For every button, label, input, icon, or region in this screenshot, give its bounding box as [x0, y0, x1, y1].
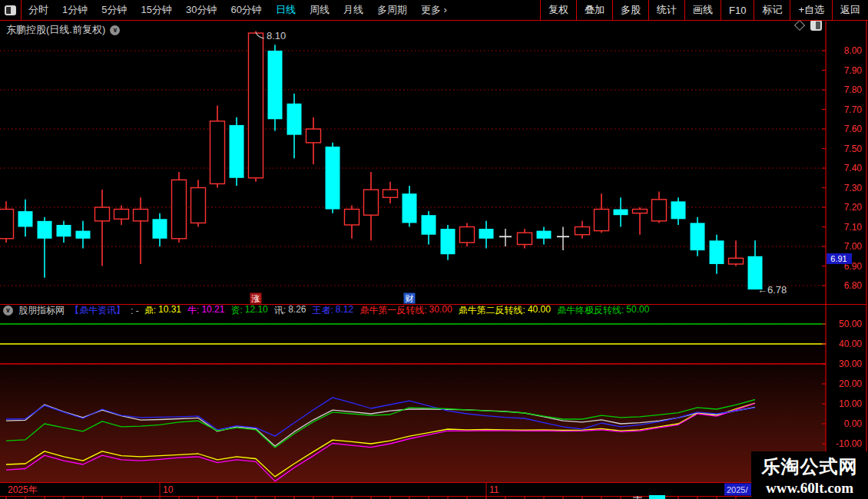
pane-toggle-icon[interactable] — [810, 20, 822, 31]
toolbar-action-5[interactable]: F10 — [721, 0, 754, 20]
toolbar-action-4[interactable]: 画线 — [684, 0, 721, 20]
svg-text:7.70: 7.70 — [844, 104, 863, 115]
toolbar-action-6[interactable]: 标记 — [754, 0, 790, 20]
indicator-field-label: 讯: — [274, 304, 286, 317]
svg-text:涨: 涨 — [252, 294, 260, 303]
indicator-field-7: 鼎牛终极反转线:50.00 — [557, 304, 649, 317]
signal-markers: 涨财 — [250, 293, 416, 304]
svg-text:10.00: 10.00 — [839, 398, 862, 409]
indicator-separator: : - — [131, 306, 139, 316]
svg-text:6.91: 6.91 — [830, 254, 846, 263]
timeframe-tab-1[interactable]: 1分钟 — [55, 0, 94, 20]
candles — [0, 31, 763, 290]
date-axis: 2025年10112025/ — [0, 483, 866, 499]
indicator-field-3: 讯:8.26 — [274, 304, 306, 317]
svg-text:0.00: 0.00 — [844, 418, 863, 429]
svg-text:11: 11 — [489, 484, 499, 495]
svg-text:7.40: 7.40 — [844, 163, 863, 173]
indicator-field-value: 30.00 — [429, 304, 452, 317]
svg-text:30.00: 30.00 — [839, 359, 862, 369]
svg-text:6.80: 6.80 — [844, 280, 863, 291]
layout-button[interactable] — [0, 0, 22, 20]
indicator-field-label: 鼎牛第一反转线: — [359, 304, 426, 317]
svg-text:10: 10 — [163, 484, 174, 495]
svg-text:7.20: 7.20 — [844, 202, 863, 213]
toolbar-actions: 复权叠加多股统计画线F10标记+自选返回 — [540, 0, 868, 20]
toolbar-action-0[interactable]: 复权 — [540, 0, 576, 20]
svg-text:8.10: 8.10 — [267, 30, 286, 41]
timeframe-tab-3[interactable]: 15分钟 — [134, 0, 178, 20]
split-pane-icon — [5, 5, 16, 15]
indicator-field-value: 10.31 — [158, 304, 181, 317]
indicator-field-label: 鼎牛第二反转线: — [459, 304, 525, 317]
indicator-name[interactable]: 【鼎牛资讯】 — [70, 304, 125, 317]
toolbar-action-2[interactable]: 多股 — [612, 0, 648, 20]
indicator-values: 鼎:10.31牛:10.21资:12.10讯:8.26王者:8.12鼎牛第一反转… — [144, 304, 650, 317]
indicator-chevron-down-icon[interactable]: ∨ — [3, 306, 13, 316]
indicator-field-label: 牛: — [187, 304, 199, 317]
title-chevron-down-icon[interactable]: ∨ — [110, 25, 120, 35]
timeframe-tab-6[interactable]: 日线 — [269, 0, 303, 20]
toolbar-action-7[interactable]: +自选 — [790, 0, 832, 20]
watermark: 乐淘公式网 www.60lt.com — [751, 451, 868, 499]
indicator-field-6: 鼎牛第二反转线:40.00 — [459, 304, 551, 317]
timeframe-tab-4[interactable]: 30分钟 — [179, 0, 224, 20]
svg-text:40.00: 40.00 — [839, 339, 862, 349]
watermark-line2: www.60lt.com — [751, 480, 868, 497]
svg-text:7.50: 7.50 — [844, 144, 863, 154]
indicator-field-label: 资: — [230, 304, 242, 317]
timeframe-tab-5[interactable]: 60分钟 — [224, 0, 268, 20]
svg-text:7.10: 7.10 — [844, 222, 863, 233]
indicator-field-label: 王者: — [313, 304, 333, 317]
timeframe-tabs: 分时1分钟5分钟15分钟30分钟60分钟日线周线月线多周期更多 › — [22, 0, 454, 20]
indicator-field-label: 鼎: — [144, 304, 156, 317]
svg-text:2025年: 2025年 — [8, 484, 38, 495]
timeframe-tab-2[interactable]: 5分钟 — [94, 0, 134, 20]
chart-canvas: 8.10←6.78涨财8.007.907.807.707.607.507.407… — [0, 0, 868, 499]
indicator-field-value: 8.12 — [336, 304, 353, 317]
svg-text:50.00: 50.00 — [839, 319, 862, 329]
diamond-icon[interactable] — [794, 20, 805, 31]
toolbar-action-1[interactable]: 叠加 — [576, 0, 612, 20]
toolbar-action-8[interactable]: 返回 — [832, 0, 868, 20]
svg-text:←6.78: ←6.78 — [757, 284, 787, 296]
indicator-field-value: 40.00 — [528, 304, 551, 317]
timeframe-tab-8[interactable]: 月线 — [336, 0, 370, 20]
svg-text:财: 财 — [406, 294, 414, 303]
top-toolbar: 分时1分钟5分钟15分钟30分钟60分钟日线周线月线多周期更多 › 复权叠加多股… — [0, 0, 868, 21]
price-axis: 8.007.907.807.707.607.507.407.307.207.10… — [822, 45, 862, 291]
indicator-field-1: 牛:10.21 — [187, 304, 224, 317]
indicator-field-value: 12.10 — [245, 304, 268, 317]
indicator-field-label: 鼎牛终极反转线: — [557, 304, 624, 317]
timeframe-tab-10[interactable]: 更多 › — [414, 0, 454, 20]
svg-text:20.00: 20.00 — [839, 378, 862, 389]
stock-title: 东鹏控股(日线.前复权) — [6, 23, 105, 37]
svg-text:7.90: 7.90 — [844, 65, 863, 76]
indicator-header: ∨ 股朋指标网 【鼎牛资讯】 : - 鼎:10.31牛:10.21资:12.10… — [3, 305, 649, 316]
svg-text:7.60: 7.60 — [844, 124, 863, 134]
app-window: 8.10←6.78涨财8.007.907.807.707.607.507.407… — [0, 0, 868, 499]
indicator-field-5: 鼎牛第一反转线:30.00 — [359, 304, 452, 317]
toolbar-action-3[interactable]: 统计 — [648, 0, 684, 20]
indicator-field-value: 50.00 — [626, 304, 649, 317]
chart-corner-icons — [796, 20, 822, 31]
indicator-source: 股朋指标网 — [18, 304, 65, 317]
svg-text:7.80: 7.80 — [844, 84, 863, 95]
indicator-field-value: 10.21 — [201, 304, 224, 317]
indicator-axis: 50.0040.0030.0020.0010.000.00-10.00 — [822, 319, 862, 449]
timeframe-tab-9[interactable]: 多周期 — [370, 0, 414, 20]
indicator-panel-bg — [0, 317, 826, 482]
svg-text:8.00: 8.00 — [844, 45, 863, 56]
indicator-field-0: 鼎:10.31 — [144, 304, 181, 317]
timeframe-tab-0[interactable]: 分时 — [22, 0, 55, 20]
svg-text:-10.00: -10.00 — [836, 438, 862, 449]
svg-text:2025/: 2025/ — [727, 485, 748, 494]
indicator-field-value: 8.26 — [288, 304, 306, 317]
watermark-line1: 乐淘公式网 — [751, 454, 868, 479]
indicator-field-4: 王者:8.12 — [313, 304, 354, 317]
chart-title-row: 东鹏控股(日线.前复权) ∨ — [6, 23, 120, 37]
indicator-field-2: 资:12.10 — [230, 304, 267, 317]
svg-text:7.30: 7.30 — [844, 183, 863, 193]
svg-text:7.00: 7.00 — [844, 241, 863, 252]
timeframe-tab-7[interactable]: 周线 — [303, 0, 336, 20]
